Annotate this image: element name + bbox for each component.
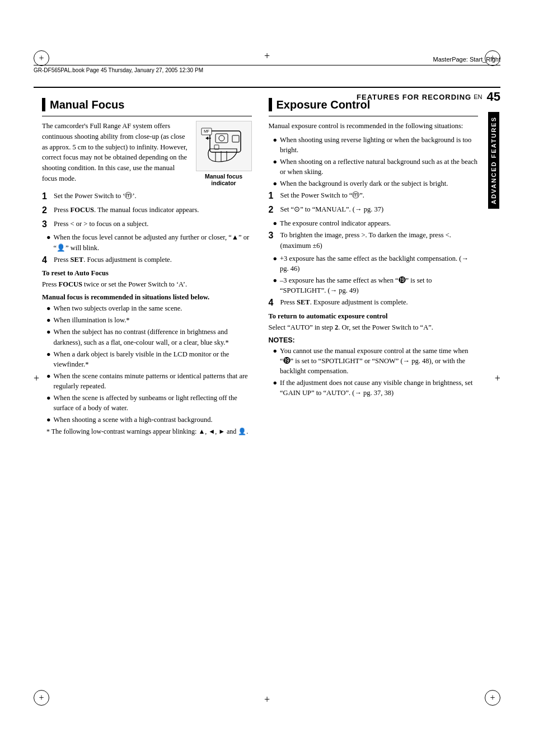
notes-section: NOTES: ● You cannot use the manual expos… (269, 336, 479, 398)
exposure-control-title: Exposure Control (269, 98, 479, 111)
exp-step3-num: 3 (269, 230, 279, 251)
reg-mark-br (485, 690, 500, 706)
exp-step2: 2 Set “⊙” to “MANUAL”. (→ pg. 37) (269, 204, 479, 216)
file-info: GR-DF565PAL.book Page 45 Thursday, Janua… (34, 65, 500, 73)
exp-step4: 4 Press SET. Exposure adjustment is comp… (269, 297, 479, 309)
exp-step4-num: 4 (269, 297, 279, 309)
rec-bullet2: ● When illumination is low.* (42, 315, 252, 325)
illustration-caption: Manual focus indicator (196, 173, 252, 186)
rec-bullet3: ● When the subject has no contrast (diff… (42, 327, 252, 347)
step1-text: Set the Power Switch to ‘ⓜ’. (54, 191, 252, 203)
manual-focus-step3: 3 Press < or > to focus on a subject. (42, 219, 252, 231)
rec-bullet4: ● When a dark object is barely visible i… (42, 349, 252, 369)
exposure-intro: Manual exposure control is recommended i… (269, 121, 479, 132)
rec-bullet7: ● When shooting a scene with a high-cont… (42, 415, 252, 425)
step3-num: 3 (42, 219, 52, 231)
two-column-layout: Manual Focus (42, 98, 478, 436)
manual-focus-intro-block: MF Manual focus indicator The camcorder'… (42, 121, 252, 191)
center-mark-right: + (495, 372, 500, 384)
manual-focus-illustration: MF Manual focus indicator (196, 121, 252, 186)
svg-text:MF: MF (203, 129, 209, 133)
svg-marker-6 (205, 137, 208, 140)
exposure-divider (269, 116, 479, 116)
center-mark-left: + (34, 372, 39, 384)
rec-bullet5: ● When the scene contains minute pattern… (42, 371, 252, 391)
manual-focus-divider (42, 116, 252, 116)
exp-intro-bullet2: ● When shooting on a reflective natural … (269, 157, 479, 177)
notes-heading: NOTES: (269, 336, 479, 344)
svg-rect-3 (232, 135, 239, 142)
reg-mark-bl (34, 690, 49, 706)
recommended-heading: Manual focus is recommended in situation… (42, 293, 252, 302)
step4-num: 4 (42, 255, 52, 266)
return-text: Select “AUTO” in step 2. Or, set the Pow… (269, 322, 479, 333)
content-area: Manual Focus (42, 98, 478, 436)
return-heading: To return to automatic exposure control (269, 312, 479, 321)
exposure-control-section: Exposure Control Manual exposure control… (269, 98, 479, 436)
exp-intro-bullet3: ● When the background is overly dark or … (269, 179, 479, 189)
exp-step1-text: Set the Power Switch to “ⓜ”. (280, 190, 479, 202)
asterisk-note: * The following low-contrast warnings ap… (42, 427, 252, 436)
exp-step1-num: 1 (269, 190, 279, 202)
exp-step3: 3 To brighten the image, press >. To dar… (269, 230, 479, 251)
page-header: MasterPage: Start_Right GR-DF565PAL.book… (34, 56, 500, 73)
reset-heading: To reset to Auto Focus (42, 269, 252, 278)
manual-focus-section: Manual Focus (42, 98, 252, 436)
manual-focus-step2: 2 Press FOCUS. The manual focus indicato… (42, 205, 252, 217)
manual-focus-step1: 1 Set the Power Switch to ‘ⓜ’. (42, 191, 252, 203)
exp-intro-bullet1: ● When shooting using reverse lighting o… (269, 135, 479, 155)
exp-step2-text: Set “⊙” to “MANUAL”. (→ pg. 37) (280, 204, 479, 216)
reset-text: Press FOCUS twice or set the Power Switc… (42, 279, 252, 290)
step3-bullet1: ● When the focus level cannot be adjuste… (42, 232, 252, 252)
step2-text: Press FOCUS. The manual focus indicator … (54, 205, 252, 217)
exp-step4-text: Press SET. Exposure adjustment is comple… (280, 297, 479, 309)
step3-text: Press < or > to focus on a subject. (54, 219, 252, 231)
exp-step2-indicator: ● The exposure control indicator appears… (269, 218, 479, 228)
step2-num: 2 (42, 205, 52, 217)
center-mark-bottom: + (264, 694, 270, 706)
step4-text: Press SET. Focus adjustment is complete. (54, 255, 252, 266)
exp-step1: 1 Set the Power Switch to “ⓜ”. (269, 190, 479, 202)
masterpage-label: MasterPage: Start_Right (34, 56, 500, 63)
notes-bullet1: ● You cannot use the manual exposure con… (269, 346, 479, 376)
exp-step3-bullet2: ● –3 exposure has the same effect as whe… (269, 275, 479, 295)
step1-num: 1 (42, 191, 52, 203)
rec-bullet1: ● When two subjects overlap in the same … (42, 303, 252, 313)
exp-step3-text: To brighten the image, press >. To darke… (280, 230, 479, 251)
exp-step3-bullet1: ● +3 exposure has the same effect as the… (269, 253, 479, 274)
manual-focus-step4: 4 Press SET. Focus adjustment is complet… (42, 255, 252, 266)
rec-bullet6: ● When the scene is affected by sunbeams… (42, 393, 252, 413)
exp-step2-num: 2 (269, 204, 279, 216)
manual-focus-title: Manual Focus (42, 98, 252, 111)
svg-point-2 (219, 135, 224, 141)
notes-bullet2: ● If the adjustment does not cause any v… (269, 378, 479, 398)
illustration-box: MF (196, 121, 252, 171)
page-number: 45 (487, 90, 500, 104)
sidebar-label: ADVANCED FEATURES (488, 112, 499, 209)
svg-rect-1 (216, 134, 228, 143)
camera-hand-svg: MF (199, 125, 249, 167)
